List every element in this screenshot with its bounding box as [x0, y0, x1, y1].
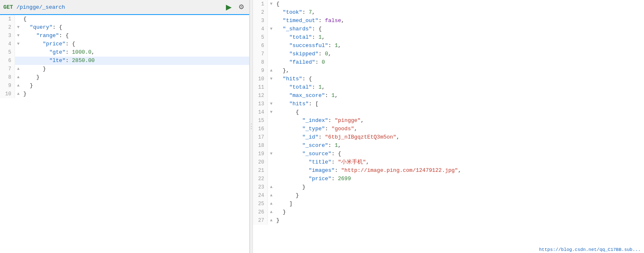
code-content: } — [22, 82, 249, 90]
fold-indicator[interactable]: ▼ — [268, 25, 275, 33]
table-row: 10▼ "hits": { — [253, 75, 644, 83]
table-row: 6 "lte": 2850.00 — [0, 57, 249, 65]
code-token: , — [322, 34, 325, 40]
code-token: "took" — [283, 9, 302, 15]
code-token — [276, 101, 289, 107]
fold-indicator[interactable]: ▼ — [268, 150, 275, 158]
line-number: 6 — [0, 57, 15, 65]
table-row: 11 "total": 1, — [253, 83, 644, 92]
code-token: : { — [332, 151, 341, 157]
code-content: "lte": 2850.00 — [22, 57, 249, 65]
code-content: }, — [275, 67, 644, 75]
code-content: "_shards": { — [275, 25, 644, 33]
table-row: 8▲ } — [0, 73, 249, 82]
code-token: 0 — [325, 51, 328, 57]
right-code-area: 1▼{2 "took": 7,3 "timed_out": false,4▼ "… — [253, 0, 644, 253]
code-content: "hits": [ — [275, 100, 644, 108]
code-content: "took": 7, — [275, 8, 644, 17]
line-number: 3 — [253, 17, 268, 25]
code-content: } — [275, 183, 644, 191]
line-number: 1 — [0, 15, 15, 23]
fold-indicator — [268, 58, 275, 67]
table-row: 25▲ ] — [253, 200, 644, 208]
code-token: "failed" — [289, 59, 315, 65]
code-token: , — [92, 49, 95, 55]
fold-indicator[interactable]: ▲ — [15, 73, 22, 82]
code-content: "timed_out": false, — [275, 17, 644, 25]
fold-indicator[interactable]: ▼ — [268, 0, 275, 8]
line-number: 7 — [0, 65, 15, 73]
table-row: 18 "_score": 1, — [253, 141, 644, 150]
code-content: "failed": 0 — [275, 58, 644, 67]
code-token: } — [23, 91, 27, 97]
code-token — [276, 134, 302, 140]
fold-indicator[interactable]: ▲ — [268, 191, 275, 200]
fold-indicator — [15, 57, 22, 65]
fold-indicator[interactable]: ▲ — [15, 90, 22, 98]
fold-indicator[interactable]: ▲ — [268, 208, 275, 216]
code-token: 0 — [322, 59, 325, 65]
line-number: 5 — [0, 48, 15, 57]
code-token: : — [312, 84, 319, 90]
code-token: "pingge" — [334, 117, 360, 124]
code-token: } — [276, 192, 299, 198]
code-content: { — [275, 108, 644, 117]
fold-indicator — [268, 50, 275, 58]
code-content: "range": { — [22, 32, 249, 40]
code-content: "total": 1, — [275, 33, 644, 42]
code-token — [276, 117, 302, 124]
code-content: } — [22, 65, 249, 73]
fold-indicator[interactable]: ▲ — [268, 216, 275, 225]
code-token: "hits" — [283, 76, 302, 82]
line-number: 16 — [253, 125, 268, 133]
table-row: 5 "gte": 1000.0, — [0, 48, 249, 57]
table-row: 2▼ "query": { — [0, 23, 249, 32]
fold-indicator[interactable]: ▲ — [15, 82, 22, 90]
code-token: } — [276, 217, 280, 223]
line-number: 8 — [0, 73, 15, 82]
code-content: } — [22, 90, 249, 98]
code-content: "successful": 1, — [275, 42, 644, 50]
table-row: 22 "price": 2699 — [253, 175, 644, 183]
code-token — [276, 17, 283, 24]
run-button[interactable]: ▶ — [224, 2, 233, 12]
code-token — [276, 151, 302, 157]
code-token: ] — [276, 201, 292, 207]
fold-indicator[interactable]: ▼ — [268, 75, 275, 83]
code-token — [276, 76, 283, 82]
request-url: /pingge/_search — [16, 4, 65, 10]
code-token: false — [325, 17, 341, 24]
code-token: "timed_out" — [283, 17, 319, 24]
code-token: { — [23, 16, 27, 22]
code-token: "_score" — [302, 142, 328, 149]
fold-indicator[interactable]: ▼ — [15, 40, 22, 48]
table-row: 4▼ "price": { — [0, 40, 249, 48]
code-token: , — [334, 92, 338, 99]
fold-indicator[interactable]: ▲ — [15, 65, 22, 73]
code-token: , — [328, 51, 332, 57]
code-token: : — [318, 51, 325, 57]
code-token: : — [318, 17, 325, 24]
status-url: https://blog.csdn.net/qq_C17BB.sub... — [539, 247, 641, 252]
panel-divider[interactable]: ⋮ — [250, 0, 253, 253]
fold-indicator — [268, 158, 275, 166]
settings-button[interactable]: ⚙ — [237, 3, 246, 11]
code-token: "images" — [309, 167, 334, 174]
fold-indicator[interactable]: ▲ — [268, 67, 275, 75]
fold-indicator[interactable]: ▲ — [268, 183, 275, 191]
code-content: "query": { — [22, 23, 249, 32]
line-number: 7 — [253, 50, 268, 58]
fold-indicator[interactable]: ▲ — [268, 200, 275, 208]
code-token: , — [396, 134, 400, 140]
code-token: : — [65, 57, 72, 64]
fold-indicator[interactable]: ▼ — [268, 100, 275, 108]
fold-indicator[interactable]: ▼ — [15, 23, 22, 32]
fold-indicator — [15, 15, 22, 23]
code-token: "6tbj_nIBgqztEtQ3m5on" — [325, 134, 396, 140]
code-content: "price": { — [22, 40, 249, 48]
code-token — [23, 57, 49, 64]
code-token: : — [332, 176, 338, 182]
fold-indicator[interactable]: ▼ — [15, 32, 22, 40]
fold-indicator[interactable]: ▼ — [268, 108, 275, 117]
code-token — [276, 42, 289, 49]
